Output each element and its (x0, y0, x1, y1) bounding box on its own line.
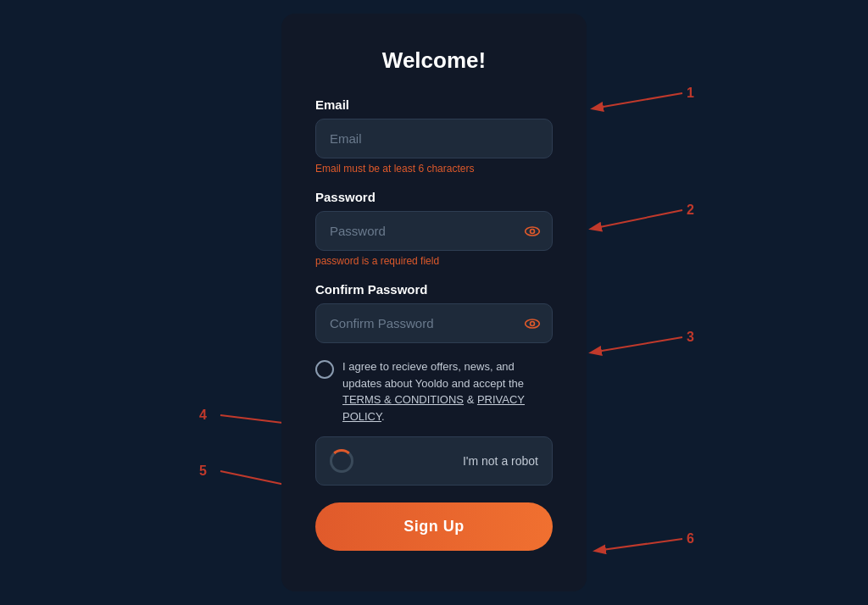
confirm-password-field-group: Confirm Password (315, 282, 553, 343)
svg-point-16 (531, 321, 535, 325)
email-input-wrapper (315, 119, 553, 158)
recaptcha-label: I'm not a robot (362, 454, 538, 468)
confirm-password-label: Confirm Password (315, 282, 553, 297)
password-field-group: Password password is a required field (315, 190, 553, 267)
svg-text:2: 2 (687, 203, 694, 217)
password-input[interactable] (315, 211, 553, 251)
terms-text-part2: . (381, 410, 385, 423)
confirm-password-input-wrapper (315, 303, 553, 343)
password-toggle-icon[interactable] (524, 223, 541, 240)
email-input[interactable] (315, 119, 553, 158)
svg-text:4: 4 (199, 408, 207, 422)
svg-text:6: 6 (687, 531, 694, 546)
svg-text:3: 3 (687, 330, 694, 344)
signup-button[interactable]: Sign Up (315, 502, 553, 551)
svg-line-2 (592, 210, 682, 229)
terms-text-part1: I agree to recieve offers, news, and upd… (342, 360, 524, 390)
password-input-wrapper (315, 211, 553, 251)
terms-separator: & (464, 393, 477, 406)
svg-point-15 (526, 319, 540, 328)
signup-form-card: Welcome! Email Email must be at least 6 … (281, 14, 587, 591)
svg-point-14 (531, 229, 535, 233)
page-wrapper: 1 2 3 4 5 6 Welcome! Email Email must (0, 0, 868, 605)
email-label: Email (315, 97, 553, 112)
svg-line-10 (596, 539, 682, 551)
svg-line-0 (593, 93, 682, 108)
password-error: password is a required field (315, 255, 553, 267)
terms-text: I agree to recieve offers, news, and upd… (342, 358, 553, 425)
terms-checkbox-row: I agree to recieve offers, news, and upd… (315, 358, 553, 425)
svg-point-13 (526, 227, 540, 236)
svg-line-4 (592, 337, 682, 352)
confirm-password-input[interactable] (315, 303, 553, 343)
terms-conditions-link[interactable]: TERMS & CONDITIONS (342, 393, 464, 406)
svg-text:5: 5 (199, 463, 207, 478)
password-label: Password (315, 190, 553, 204)
svg-text:1: 1 (687, 86, 694, 100)
form-title: Welcome! (315, 47, 553, 74)
confirm-password-toggle-icon[interactable] (524, 315, 541, 332)
recaptcha-spinner-icon (330, 449, 353, 473)
terms-checkbox[interactable] (315, 360, 334, 379)
recaptcha-widget[interactable]: I'm not a robot (315, 436, 553, 486)
email-field-group: Email Email must be at least 6 character… (315, 97, 553, 175)
email-error: Email must be at least 6 characters (315, 163, 553, 175)
